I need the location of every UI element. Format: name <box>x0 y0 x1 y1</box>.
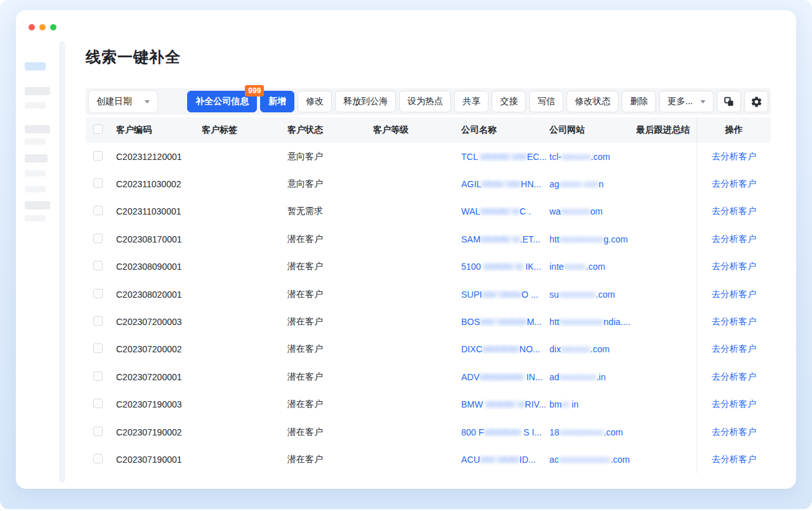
company-website-link[interactable]: wammmmom <box>549 206 636 216</box>
customer-code-cell: C202307200002 <box>116 344 202 354</box>
company-name-link[interactable]: 800 FMMMMM S I... <box>461 427 549 437</box>
swap-view-button[interactable] <box>717 91 741 112</box>
column-header-3: 客户等级 <box>373 124 461 136</box>
sidebar-item-active[interactable] <box>25 62 46 70</box>
action-cell: 去分析客户 <box>697 198 771 225</box>
company-website-link[interactable]: httmmmmmmndia.... <box>549 317 636 327</box>
settings-button[interactable] <box>744 91 768 112</box>
visible-text: C . <box>520 206 531 216</box>
maximize-window-icon[interactable] <box>50 24 56 30</box>
row-checkbox[interactable] <box>93 178 103 188</box>
row-checkbox[interactable] <box>93 371 103 381</box>
sidebar-item[interactable] <box>25 186 46 192</box>
row-checkbox[interactable] <box>93 261 103 270</box>
row-checkbox[interactable] <box>93 289 103 298</box>
toolbar-button-0[interactable]: 修改 <box>298 91 332 112</box>
analyze-customer-link[interactable]: 去分析客户 <box>712 289 756 300</box>
toolbar-button-4[interactable]: 交接 <box>492 91 526 112</box>
company-name-link[interactable]: AGILMMM MMHN... <box>461 179 549 189</box>
customer-status-cell: 潜在客户 <box>287 399 373 410</box>
analyze-customer-link[interactable]: 去分析客户 <box>712 371 756 383</box>
action-cell: 去分析客户 <box>697 143 771 170</box>
toolbar-button-7[interactable]: 删除 <box>622 91 656 112</box>
more-button[interactable]: 更多... <box>659 91 714 112</box>
toolbar-button-6[interactable]: 修改状态 <box>566 91 619 112</box>
caret-down-icon <box>145 100 150 103</box>
company-website-link[interactable]: 18mmmmmm.com <box>549 427 636 437</box>
customer-code-cell: C202307190001 <box>116 455 202 465</box>
caret-down-icon <box>700 100 705 103</box>
column-header-1: 客户标签 <box>202 124 287 136</box>
redacted-text: MMMMM <box>482 344 519 354</box>
visible-text: 5100 <box>461 262 483 272</box>
company-website-link[interactable]: tcl-mmmm.com <box>549 152 636 162</box>
customer-status-cell: 意向客户 <box>287 151 373 163</box>
company-name-link[interactable]: 5100 MMMM M IK... <box>461 262 549 272</box>
analyze-customer-link[interactable]: 去分析客户 <box>712 427 756 438</box>
sidebar-item[interactable] <box>25 170 46 176</box>
customer-status-cell: 意向客户 <box>287 178 373 190</box>
row-checkbox[interactable] <box>93 316 103 326</box>
sidebar-item[interactable] <box>25 138 46 145</box>
visible-text: .com <box>586 262 605 272</box>
company-website-link[interactable]: acmmmmmmm.com <box>549 455 636 465</box>
add-new-button[interactable]: 新增 <box>260 91 294 112</box>
complete-company-info-button[interactable]: 补全公司信息 999 <box>187 91 257 112</box>
company-name-link[interactable]: WALMMMM MC . <box>461 206 549 216</box>
customer-status-cell: 暂无需求 <box>287 206 373 217</box>
close-window-icon[interactable] <box>29 24 35 30</box>
visible-text: IK... <box>525 262 541 272</box>
visible-text: BOS <box>461 317 480 327</box>
company-name-link[interactable]: DIXCMMMMMNO... <box>461 344 549 354</box>
company-website-link[interactable]: httmmmmmmg.com <box>549 234 636 244</box>
redacted-text: mmmmm <box>560 372 596 382</box>
company-name-link[interactable]: BOSMM MMMMM... <box>461 317 549 327</box>
analyze-customer-link[interactable]: 去分析客户 <box>712 316 756 328</box>
create-date-filter-dropdown[interactable]: 创建日期 <box>88 90 158 113</box>
sidebar-item[interactable] <box>25 87 50 95</box>
analyze-customer-link[interactable]: 去分析客户 <box>712 234 756 245</box>
toolbar-button-5[interactable]: 写信 <box>529 91 563 112</box>
toolbar-button-1[interactable]: 释放到公海 <box>335 91 396 112</box>
toolbar-button-2[interactable]: 设为热点 <box>399 91 451 112</box>
table-body: C202312120001意向客户TCL MMMM MMEC...tcl-mmm… <box>86 143 771 474</box>
sidebar-item[interactable] <box>25 102 46 109</box>
company-name-link[interactable]: SAMMMMM M.ET... <box>461 234 549 244</box>
company-name-link[interactable]: ADVMMMMMM IN... <box>461 372 549 382</box>
row-checkbox[interactable] <box>93 343 103 353</box>
row-checkbox[interactable] <box>93 454 103 463</box>
company-name-link[interactable]: ACUMM MMMID... <box>461 455 549 465</box>
analyze-customer-link[interactable]: 去分析客户 <box>712 454 756 465</box>
row-checkbox[interactable] <box>93 206 103 215</box>
select-all-checkbox[interactable] <box>93 124 103 134</box>
analyze-customer-link[interactable]: 去分析客户 <box>712 178 756 190</box>
sidebar-item[interactable] <box>25 201 50 209</box>
analyze-customer-link[interactable]: 去分析客户 <box>712 206 756 217</box>
company-website-link[interactable]: admmmmm.in <box>549 372 636 382</box>
analyze-customer-link[interactable]: 去分析客户 <box>712 399 756 410</box>
visible-text: O ... <box>521 289 538 300</box>
more-label: 更多... <box>667 96 693 107</box>
analyze-customer-link[interactable]: 去分析客户 <box>712 261 756 272</box>
row-checkbox[interactable] <box>93 151 103 161</box>
minimize-window-icon[interactable] <box>39 24 46 30</box>
company-website-link[interactable]: intemmm.com <box>549 262 636 272</box>
company-name-link[interactable]: TCL MMMM MMEC... <box>461 152 549 162</box>
company-website-link[interactable]: summmmm.com <box>549 289 636 300</box>
row-checkbox[interactable] <box>93 399 103 408</box>
row-checkbox[interactable] <box>93 427 103 436</box>
company-website-link[interactable]: bmm in <box>549 399 636 409</box>
visible-text: EC... <box>527 152 547 162</box>
company-website-link[interactable]: agmmm mmn <box>549 179 636 189</box>
sidebar-item[interactable] <box>25 125 50 133</box>
analyze-customer-link[interactable]: 去分析客户 <box>712 151 756 163</box>
row-checkbox[interactable] <box>93 234 103 243</box>
sidebar-item[interactable] <box>25 215 46 222</box>
company-website-link[interactable]: dixmmmm.com <box>549 344 636 354</box>
company-name-link[interactable]: SUPIMM MMMO ... <box>461 289 549 300</box>
company-name-link[interactable]: BMW MMMM MRIV... <box>461 399 549 409</box>
visible-text: ac <box>549 455 559 465</box>
analyze-customer-link[interactable]: 去分析客户 <box>712 343 756 355</box>
sidebar-item[interactable] <box>25 154 48 163</box>
toolbar-button-3[interactable]: 共享 <box>454 91 488 112</box>
